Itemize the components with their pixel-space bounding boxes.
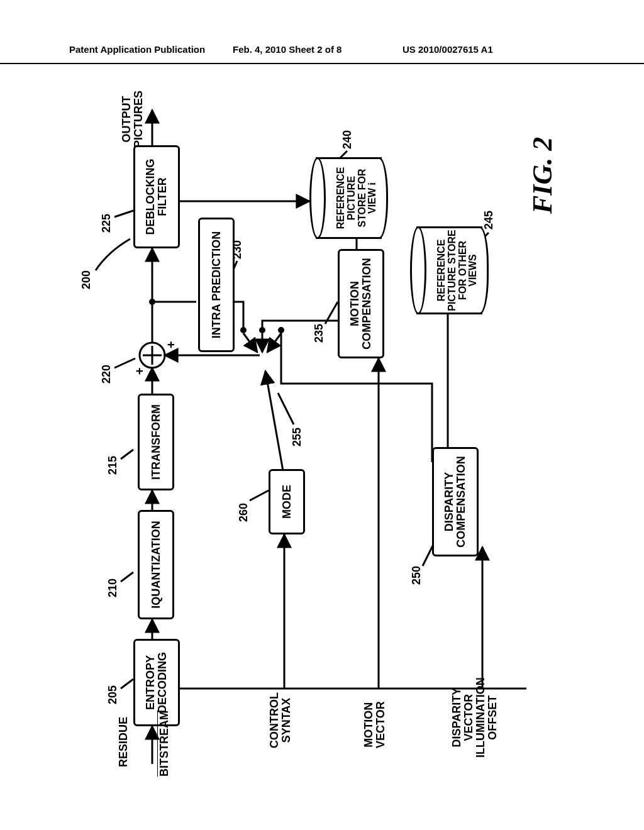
svg-line-31 [114,211,133,217]
ref-store-view-i-label: REFERENCE PICTURE STORE FOR VIEW i [326,157,388,239]
ref-200: 200 [80,270,93,289]
iquantization-block: IQUANTIZATION [138,510,174,619]
output-pictures-label: OUTPUT PICTURES [121,91,145,148]
ref-230: 230 [231,240,244,259]
ref-220: 220 [100,365,113,384]
header-right: US 2010/0027615 A1 [402,44,493,55]
figure-caption: FIG. 2 [526,137,558,214]
svg-line-21 [250,490,269,501]
ref-store-view-i: REFERENCE PICTURE STORE FOR VIEW i [309,157,388,239]
svg-line-20 [265,371,284,478]
svg-line-29 [121,450,133,459]
entropy-decoding-block: ENTROPY DECODING [133,639,180,726]
ref-260: 260 [237,503,250,522]
svg-line-16 [267,333,281,352]
figure-2: + + [61,82,583,786]
svg-line-27 [121,679,133,689]
ref-store-other-views: REFERENCE PICTURE STORE FOR OTHER VIEWS [410,226,489,314]
svg-point-17 [240,327,247,333]
svg-line-28 [121,572,133,582]
svg-line-14 [243,333,257,352]
control-syntax-label: CONTROL SYNTAX [269,692,292,748]
svg-point-18 [259,327,265,333]
svg-text:+: + [133,367,147,375]
ref-225: 225 [100,214,113,233]
ref-235: 235 [313,324,326,343]
ref-255: 255 [291,428,304,446]
header-left: Patent Application Publication [69,44,205,55]
intra-prediction-block: INTRA PREDICTION [198,218,235,352]
itransform-block: ITRANSFORM [138,394,174,490]
svg-line-30 [114,358,135,368]
motion-vector-label: MOTION VECTOR [363,701,387,748]
ref-210: 210 [106,578,119,597]
svg-line-22 [278,393,294,424]
ref-store-other-views-label: REFERENCE PICTURE STORE FOR OTHER VIEWS [426,226,489,314]
ref-205: 205 [106,685,119,704]
svg-text:+: + [164,341,178,348]
bitstream-label: BITSTREAM [158,711,170,777]
disparity-compensation-block: DISPARITY COMPENSATION [432,447,479,556]
ref-240: 240 [341,130,354,149]
ref-245: 245 [482,211,496,230]
ref-250: 250 [410,566,423,585]
motion-compensation-block: MOTION COMPENSATION [338,249,384,358]
ref-215: 215 [106,456,119,475]
deblocking-filter-block: DEBLOCKING FILTER [133,145,180,248]
header-center: Feb. 4, 2010 Sheet 2 of 8 [233,44,341,55]
dvio-label: DISPARITY VECTOR ILLUMINATION OFFSET [451,677,499,758]
mode-block: MODE [269,469,305,534]
residue-label: RESIDUE [118,717,130,767]
